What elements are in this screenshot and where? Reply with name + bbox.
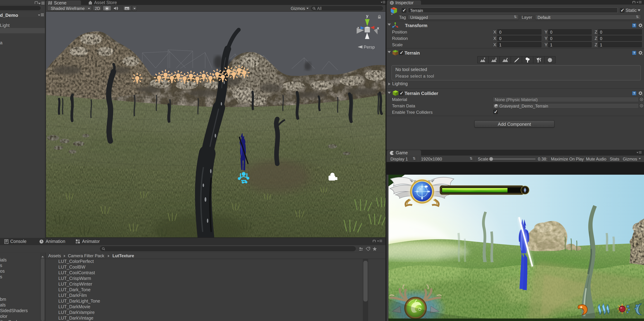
svg-text:y: y xyxy=(366,14,368,18)
svg-text:Persp: Persp xyxy=(364,45,375,49)
